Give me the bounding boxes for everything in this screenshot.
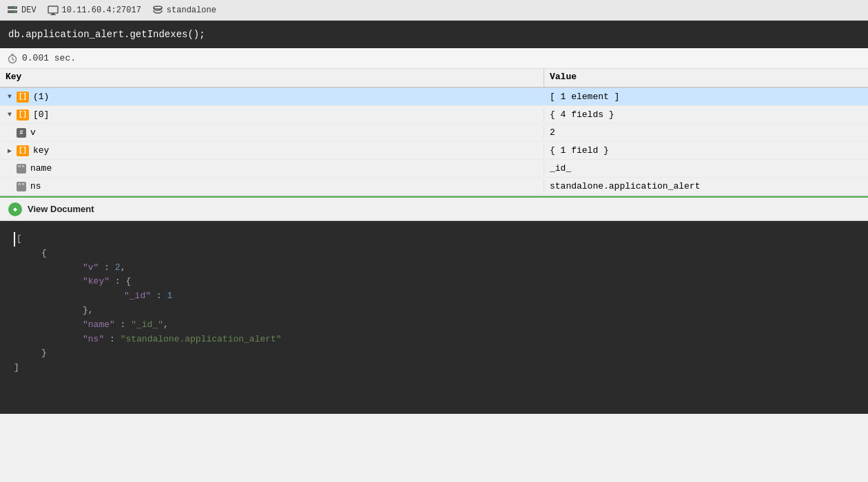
row-value: { 1 field } — [544, 144, 868, 157]
row-value: [ 1 element ] — [544, 90, 868, 103]
json-line-2: { — [14, 247, 854, 261]
array-icon: [] — [17, 109, 29, 120]
top-bar: DEV 10.11.60.4:27017 standalone — [0, 0, 868, 21]
table-row[interactable]: [] [0] { 4 fields } — [0, 106, 868, 124]
json-line-8: "ns" : "standalone.application_alert" — [14, 333, 854, 347]
json-line-1: [ — [14, 232, 854, 247]
row-key: ns — [30, 181, 41, 191]
db-icon — [152, 5, 163, 16]
clock-icon — [7, 53, 18, 64]
row-key: name — [30, 163, 52, 174]
row-value: { 4 fields } — [544, 108, 868, 121]
svg-rect-6 — [50, 14, 56, 15]
chevron-icon — [6, 147, 14, 155]
svg-point-3 — [14, 10, 16, 12]
table-row[interactable]: "" ns standalone.application_alert — [0, 178, 868, 196]
env-indicator: DEV — [7, 5, 37, 16]
chevron-icon — [6, 111, 14, 118]
svg-point-7 — [154, 6, 162, 9]
row-value: 2 — [544, 126, 868, 139]
json-line-6: }, — [14, 304, 854, 318]
array-icon: [] — [17, 145, 29, 156]
table-row[interactable]: # v 2 — [0, 124, 868, 142]
server-icon — [7, 5, 18, 16]
array-icon: [] — [17, 92, 29, 103]
num-icon: # — [17, 128, 26, 138]
row-value: _id_ — [544, 162, 868, 175]
row-key-cell: [] [0] — [0, 108, 544, 122]
monitor-icon — [48, 5, 59, 16]
mode-indicator: standalone — [152, 5, 216, 16]
json-line-5: "_id" : 1 — [14, 289, 854, 304]
row-key: v — [30, 127, 36, 138]
svg-point-2 — [14, 6, 16, 8]
svg-rect-4 — [48, 6, 58, 13]
col-value-header: Value — [544, 69, 868, 87]
chevron-icon — [6, 93, 14, 101]
row-key-cell: [] (1) — [0, 90, 544, 104]
json-line-7: "name" : "_id_", — [14, 318, 854, 333]
timer-bar: 0.001 sec. — [0, 48, 868, 69]
row-key-cell: "" name — [0, 162, 544, 175]
json-line-4: "key" : { — [14, 275, 854, 289]
svg-rect-5 — [52, 13, 54, 14]
json-line-9: } — [14, 346, 854, 361]
table-row[interactable]: [] key { 1 field } — [0, 142, 868, 160]
row-key: [0] — [33, 109, 49, 120]
row-key: (1) — [33, 92, 49, 102]
view-doc-icon — [8, 202, 22, 216]
table-row[interactable]: [] (1) [ 1 element ] — [0, 88, 868, 106]
timer-text: 0.001 sec. — [22, 53, 76, 63]
command-text: db.application_alert.getIndexes(); — [8, 29, 205, 40]
env-label: DEV — [21, 6, 37, 15]
json-editor[interactable]: [ { "v" : 2, "key" : { "_id" : 1 }, "nam… — [0, 221, 868, 414]
row-key-cell: # v — [0, 126, 544, 139]
view-document-title: View Document — [28, 204, 94, 214]
table-row[interactable]: "" name _id_ — [0, 160, 868, 178]
str-icon: "" — [17, 164, 26, 174]
json-line-3: "v" : 2, — [14, 261, 854, 275]
col-key-header: Key — [0, 69, 544, 87]
row-value: standalone.application_alert — [544, 180, 868, 193]
str-icon: "" — [17, 182, 26, 191]
results-header: Key Value — [0, 69, 868, 88]
svg-line-10 — [12, 59, 14, 61]
command-bar: db.application_alert.getIndexes(); — [0, 21, 868, 48]
mode-label: standalone — [167, 6, 216, 15]
results-section: Key Value [] (1) [ 1 element ] [] [0] { … — [0, 69, 868, 196]
row-key: key — [33, 145, 49, 156]
connection-indicator: 10.11.60.4:27017 — [48, 5, 141, 16]
row-key-cell: [] key — [0, 144, 544, 158]
row-key-cell: "" ns — [0, 180, 544, 193]
json-line-10: ] — [14, 361, 854, 375]
view-document-header: View Document — [0, 196, 868, 221]
connection-label: 10.11.60.4:27017 — [62, 6, 141, 15]
